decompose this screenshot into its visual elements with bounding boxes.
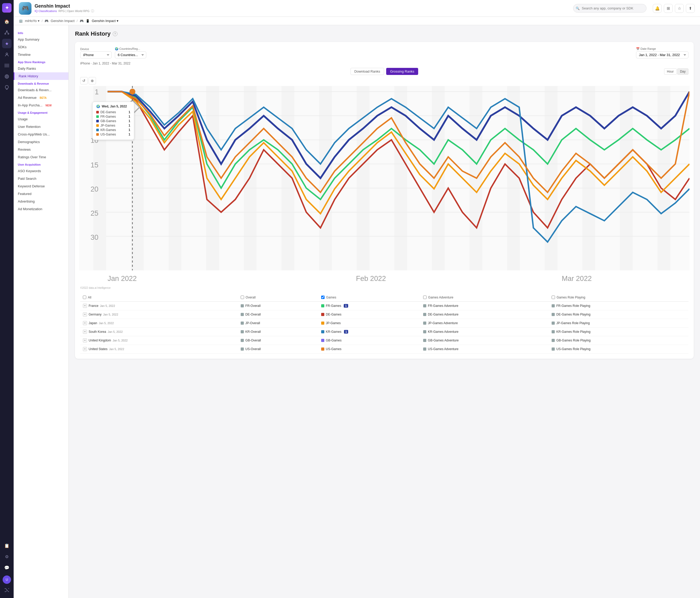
audience-icon[interactable] (2, 50, 11, 59)
zoom-in-button[interactable]: ⊕ (89, 77, 96, 84)
date-range-label: 📅 Date Range (636, 47, 689, 51)
svg-rect-25 (507, 86, 520, 270)
sidebar-item-ad-revenue[interactable]: Ad Revenue BETA (14, 94, 69, 101)
countries-select[interactable]: 6 Countries... (115, 51, 146, 58)
adventure-swatch (423, 313, 426, 316)
rankings-icon[interactable]: ★ (2, 39, 11, 48)
svg-text:1: 1 (95, 88, 99, 96)
grid-button[interactable]: ⊞ (664, 4, 673, 13)
sidebar-item-downloads[interactable]: Downloads & Reven... (14, 86, 69, 94)
breadcrumb-mihoyo[interactable]: miHoYo ▾ (25, 19, 40, 23)
day-button[interactable]: Day (677, 69, 689, 75)
search-input[interactable] (573, 4, 647, 12)
target-icon[interactable] (2, 72, 11, 81)
collapse-button[interactable]: − (83, 304, 87, 308)
rank-chart[interactable]: 1 5 10 15 20 25 30 (79, 86, 690, 285)
tooltip-label: DE-Games (100, 110, 127, 114)
sidebar-item-reviews[interactable]: Reviews (14, 146, 69, 153)
collapse-button[interactable]: − (83, 312, 87, 316)
svg-point-54 (129, 89, 135, 95)
checkbox-adventure[interactable] (423, 295, 427, 299)
sidebar-item-aso-keywords[interactable]: ASO Keywords (14, 167, 69, 175)
clipboard-icon[interactable]: 📋 (2, 541, 11, 550)
sidebar-item-user-retention[interactable]: User Retention (14, 123, 69, 130)
tooltip-swatch (96, 115, 99, 118)
list-icon[interactable] (2, 61, 11, 70)
device-select[interactable]: iPhone iPad (80, 51, 112, 58)
breadcrumb-icon-3: 📱 (86, 19, 90, 23)
grossing-ranks-tab[interactable]: Grossing Ranks (386, 68, 418, 75)
sidebar-item-cross-app[interactable]: Cross-App/Web Us... (14, 130, 69, 138)
sidebar-item-rank-history[interactable]: Rank History (14, 72, 69, 80)
tooltip-value: 1 (128, 115, 130, 119)
th-games: Games (319, 293, 421, 302)
collapse-button[interactable]: − (83, 321, 87, 325)
favorite-button[interactable]: ☆ (675, 4, 684, 13)
date-range-select[interactable]: Jan 1, 2022 - Mar 31, 2022 (636, 51, 689, 58)
zoom-reset-button[interactable]: ↺ (80, 77, 88, 84)
share-button[interactable]: ⬆ (686, 4, 695, 13)
sidebar-section-info: Info (14, 29, 69, 36)
games-cell: US-Games (319, 345, 421, 353)
checkbox-all[interactable] (83, 295, 86, 299)
sidebar-item-paid-search[interactable]: Paid Search (14, 175, 69, 182)
notifications-button[interactable]: 🔔 (653, 4, 662, 13)
svg-point-1 (5, 33, 6, 34)
collapse-button[interactable]: − (83, 330, 87, 334)
globe-icon: 🌍 (115, 47, 119, 50)
games-cell: KR-Games 1 (319, 327, 421, 336)
hour-button[interactable]: Hour (664, 69, 677, 75)
sidebar-item-usage[interactable]: Usage (14, 115, 69, 123)
overall-swatch (241, 347, 244, 350)
role-playing-label: FR-Games Role Playing (556, 304, 590, 308)
sidebar-item-featured[interactable]: Featured (14, 190, 69, 198)
tooltip-globe-icon: 🌍 (96, 105, 100, 108)
sidebar-item-ad-monetization[interactable]: Ad Monetization (14, 205, 69, 213)
svg-rect-21 (356, 86, 369, 270)
country-date: Jan 5, 2022 (100, 304, 115, 307)
app-logo[interactable]: ✦ (2, 3, 11, 12)
adventure-swatch (423, 321, 426, 325)
shuffle-icon[interactable] (2, 586, 11, 595)
tooltip-value: 1 (128, 133, 130, 136)
overall-cell: US-Overall (238, 345, 319, 353)
breadcrumb-genshin[interactable]: Genshin Impact (51, 19, 74, 23)
network-icon[interactable] (2, 28, 11, 37)
svg-rect-27 (582, 86, 595, 270)
role-playing-swatch (552, 339, 555, 342)
sidebar-item-demographics[interactable]: Demographics (14, 138, 69, 146)
checkbox-role-playing[interactable] (552, 295, 555, 299)
collapse-button[interactable]: − (83, 338, 87, 342)
sidebar-item-keyword-defense[interactable]: Keyword Defense (14, 182, 69, 190)
role-playing-label: GB-Games Role Playing (556, 339, 591, 342)
user-avatar[interactable]: U (3, 575, 11, 584)
sidebar-item-daily-ranks[interactable]: Daily Ranks (14, 65, 69, 72)
sidebar-item-ratings[interactable]: Ratings Over Time (14, 153, 69, 161)
sidebar-item-app-summary[interactable]: App Summary (14, 36, 69, 43)
download-ranks-tab[interactable]: Download Ranks (351, 68, 384, 75)
sidebar-item-advertising[interactable]: Advertising (14, 198, 69, 205)
ideas-icon[interactable] (2, 83, 11, 92)
sidebar-item-sdks[interactable]: SDKs (14, 43, 69, 51)
home-icon[interactable]: 🏠 (2, 17, 11, 26)
breadcrumb-current[interactable]: Genshin Impact ▾ (92, 19, 119, 23)
content-row: Info App Summary SDKs Timeline App Store… (14, 25, 700, 598)
checkbox-overall[interactable] (241, 295, 244, 299)
sidebar-item-in-app[interactable]: In-App Purcha... NEW (14, 101, 69, 109)
svg-rect-17 (206, 86, 219, 270)
role-playing-label: JP-Games Role Playing (556, 321, 590, 325)
role-playing-swatch (552, 330, 555, 333)
games-label: US-Games (326, 347, 341, 351)
app-subtitle: IQ Classifications RPG | Open World RPG … (34, 9, 94, 14)
collapse-button[interactable]: − (83, 347, 87, 351)
sidebar-item-timeline[interactable]: Timeline (14, 51, 69, 58)
checkbox-games[interactable] (321, 295, 325, 299)
help-icon[interactable]: ? (113, 31, 118, 36)
country-date: Jan 5, 2022 (109, 347, 124, 350)
adventure-label: KR-Games Adventure (428, 330, 458, 334)
tooltip-row: KR-Games 1 (96, 128, 130, 132)
chat-icon[interactable]: 💬 (2, 563, 11, 572)
settings-icon[interactable]: ⚙ (2, 552, 11, 561)
country-cell: − South Korea Jan 5, 2022 (80, 327, 238, 336)
app-title: Genshin Impact (34, 3, 94, 9)
